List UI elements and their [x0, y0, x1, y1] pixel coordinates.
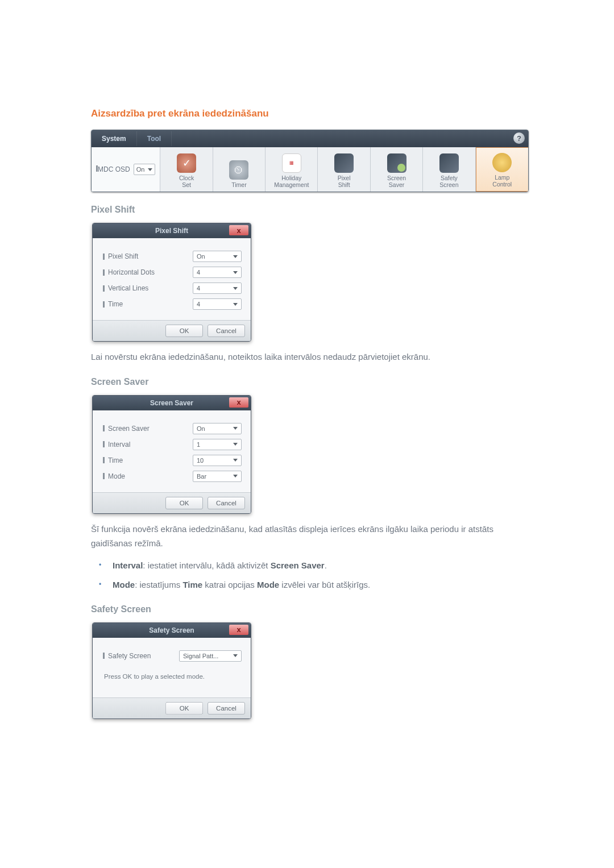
tb-label: Lamp [495, 174, 509, 181]
chevron-down-icon [233, 654, 238, 657]
select-value: 4 [197, 269, 200, 276]
bullet-mode: Mode: iestatījums Time katrai opcijas Mo… [96, 578, 523, 592]
time-select[interactable]: 10 [193, 455, 242, 466]
tb-label: Clock [179, 175, 194, 181]
h-dots-select[interactable]: 4 [193, 267, 242, 278]
cancel-button[interactable]: Cancel [208, 325, 245, 337]
close-button[interactable]: x [229, 397, 248, 408]
tb-safety-screen[interactable]: Safety Screen [423, 147, 475, 192]
dialog-body: Screen Saver On Interval 1 Time 10 [93, 410, 251, 492]
toolbar-body: MDC OSD On ✓ Clock Set ⏲ Timer [92, 147, 528, 192]
interval-select[interactable]: 1 [193, 439, 242, 450]
ok-button[interactable]: OK [165, 497, 203, 509]
screen-saver-heading: Screen Saver [91, 377, 523, 387]
clock-icon: ✓ [177, 153, 196, 173]
screen-saver-label: Screen Saver [103, 425, 150, 433]
bullet-strong: Mode [113, 580, 135, 589]
tb-label: Saver [389, 181, 404, 188]
calendar-icon: ▦ [282, 153, 301, 173]
tb-holiday[interactable]: ▦ Holiday Management [265, 147, 318, 192]
screen-saver-icon [387, 153, 406, 173]
tb-label: Timer [231, 181, 246, 188]
bullet-text: : iestatiet intervālu, kādā aktivizēt [143, 560, 270, 570]
dialog-title-text: Pixel Shift [155, 227, 188, 235]
tab-system[interactable]: System [92, 131, 137, 146]
pixel-shift-dialog: Pixel Shift x Pixel Shift On Horizontal … [92, 223, 251, 342]
chevron-down-icon [233, 475, 238, 477]
tb-label: Safety [441, 175, 458, 181]
toolbar-icons: ✓ Clock Set ⏲ Timer ▦ Holiday Management… [160, 147, 528, 192]
chevron-down-icon [233, 255, 238, 258]
ok-button[interactable]: OK [165, 325, 203, 337]
chevron-down-icon [233, 459, 238, 462]
dialog-title-text: Safety Screen [149, 626, 194, 634]
bullet-strong: Mode [257, 580, 279, 589]
tb-label: Pixel [338, 175, 351, 181]
section-title: Aizsardzība pret ekrāna iededzināšanu [91, 108, 523, 119]
screen-saver-select[interactable]: On [193, 423, 242, 434]
safety-screen-heading: Safety Screen [91, 604, 523, 614]
v-lines-label: Vertical Lines [103, 284, 148, 292]
pixel-shift-label: Pixel Shift [103, 252, 138, 260]
toolbar-tabs: System Tool ? [92, 130, 528, 147]
dialog-footer: OK Cancel [93, 697, 251, 719]
ok-button[interactable]: OK [165, 702, 203, 715]
bullet-text: : iestatījums [135, 580, 182, 589]
help-icon[interactable]: ? [513, 132, 525, 144]
select-value: On [197, 425, 205, 432]
tb-timer[interactable]: ⏲ Timer [213, 147, 265, 192]
safety-screen-label: Safety Screen [103, 652, 151, 660]
select-value: 4 [197, 301, 200, 308]
interval-label: Interval [103, 441, 130, 448]
close-button[interactable]: x [229, 625, 248, 635]
pixel-shift-icon [334, 153, 354, 173]
pixel-shift-select[interactable]: On [193, 251, 242, 262]
chevron-down-icon [233, 271, 238, 274]
tb-label: Screen [439, 181, 458, 188]
chevron-down-icon [233, 303, 238, 306]
chevron-down-icon [233, 427, 238, 430]
dialog-body: Pixel Shift On Horizontal Dots 4 Vertica… [93, 238, 251, 320]
cancel-button[interactable]: Cancel [208, 702, 245, 715]
bullet-text: izvēlei var būt atšķirīgs. [279, 580, 370, 589]
dialog-footer: OK Cancel [93, 320, 251, 341]
mode-select[interactable]: Bar [193, 471, 242, 482]
h-dots-label: Horizontal Dots [103, 268, 155, 276]
safety-screen-select[interactable]: Signal Patt... [179, 650, 242, 662]
screen-saver-bullets: Interval: iestatiet intervālu, kādā akti… [91, 559, 523, 592]
tb-clock-set[interactable]: ✓ Clock Set [160, 147, 213, 192]
bullet-interval: Interval: iestatiet intervālu, kādā akti… [96, 559, 523, 572]
lamp-icon [492, 153, 512, 172]
chevron-down-icon [148, 168, 152, 171]
chevron-down-icon [233, 287, 238, 290]
system-toolbar: System Tool ? MDC OSD On ✓ Clock Set ⏲ [91, 130, 529, 192]
select-value: On [197, 253, 205, 260]
tb-lamp-control[interactable]: Lamp Control [476, 147, 528, 192]
mdc-osd-value: On [136, 166, 145, 173]
tb-screen-saver[interactable]: Screen Saver [371, 147, 423, 192]
tb-pixel-shift[interactable]: Pixel Shift [318, 147, 370, 192]
close-button[interactable]: x [229, 225, 248, 235]
safety-screen-note: Press OK to play a selected mode. [103, 666, 242, 692]
tb-label: Screen [387, 175, 406, 181]
tb-label: Set [182, 181, 191, 188]
select-value: 10 [197, 457, 204, 464]
toolbar-left-group: MDC OSD On [92, 147, 160, 192]
time-select[interactable]: 4 [193, 298, 242, 310]
mdc-osd-select[interactable]: On [134, 164, 156, 175]
pixel-shift-desc: Lai novērstu ekrāna iededzināšanu, notei… [91, 350, 523, 364]
cancel-button[interactable]: Cancel [208, 497, 245, 509]
screen-saver-dialog: Screen Saver x Screen Saver On Interval … [92, 395, 251, 514]
tab-tool[interactable]: Tool [137, 131, 172, 146]
mdc-osd-label: MDC OSD [96, 165, 130, 173]
tb-label: Management [274, 181, 309, 188]
bullet-strong: Interval [113, 560, 143, 570]
select-value: 4 [197, 285, 200, 292]
mode-label: Mode [103, 472, 125, 480]
safety-screen-dialog: Safety Screen x Safety Screen Signal Pat… [92, 622, 251, 719]
select-value: Bar [197, 473, 206, 480]
timer-icon: ⏲ [229, 160, 248, 180]
tb-label: Holiday [281, 175, 301, 181]
v-lines-select[interactable]: 4 [193, 283, 242, 294]
bullet-strong: Screen Saver [271, 560, 325, 570]
